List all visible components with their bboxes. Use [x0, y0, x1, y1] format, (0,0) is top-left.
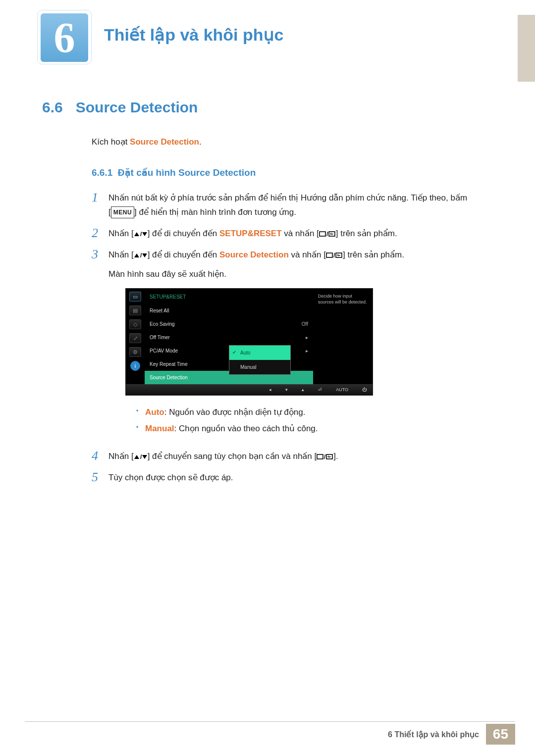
osd-footer: ◂ ▾ ▴ ⏎ AUTO ⏻ — [126, 384, 373, 395]
steps-list: 1 Nhấn nút bất kỳ ở phía trước sản phẩm … — [92, 191, 505, 485]
step-3: 3 Nhấn [/] để di chuyển đến Source Detec… — [92, 248, 505, 443]
chapter-badge: 6 — [37, 10, 92, 64]
osd-row-timer: Off Timer▸ — [145, 331, 313, 344]
menu-chip: MENU — [111, 206, 134, 218]
osd-icon-setup: ⚙ — [129, 347, 141, 357]
content: 6.6Source Detection Kích hoạt Source Det… — [42, 99, 505, 492]
svg-text:/: / — [140, 454, 142, 460]
footer-page-number: 65 — [486, 724, 515, 745]
intro-line: Kích hoạt Source Detection. — [92, 137, 505, 147]
section-number: 6.6 — [42, 99, 63, 115]
bullet-manual: Manual: Chọn nguồn vào theo cách thủ côn… — [136, 421, 505, 437]
section-heading: 6.6Source Detection — [42, 99, 505, 116]
svg-marker-0 — [134, 232, 139, 236]
osd-screenshot: ▭ ▤ ◇ ⤢ ⚙ i SETUP&RESET Reset All — [125, 288, 505, 396]
svg-rect-3 — [320, 232, 325, 236]
osd-option-auto: Auto — [229, 346, 290, 360]
svg-text:/: / — [324, 454, 326, 460]
osd-icon-info: i — [130, 361, 140, 371]
enter-source-icon: / — [326, 252, 343, 258]
osd-row-eco: Eco SavingOff — [145, 317, 313, 331]
chapter-title: Thiết lập và khôi phục — [104, 25, 283, 45]
step-1: 1 Nhấn nút bất kỳ ở phía trước sản phẩm … — [92, 191, 505, 220]
osd-row-reset: Reset All — [145, 304, 313, 317]
subsection-heading: 6.6.1 Đặt cấu hình Source Detection — [92, 167, 505, 178]
footer-chapter-ref: 6 Thiết lập và khôi phục — [381, 724, 486, 745]
svg-text:/: / — [140, 231, 142, 237]
page-footer: 6 Thiết lập và khôi phục 65 — [25, 721, 515, 744]
bullet-auto: Auto: Nguồn vào được nhận diện tự động. — [136, 404, 505, 420]
page-frame: 6 Thiết lập và khôi phục 6.6Source Detec… — [25, 10, 515, 741]
svg-marker-12 — [134, 455, 139, 459]
osd-icon-monitor: ▭ — [129, 292, 141, 302]
nav-auto-label: AUTO — [336, 386, 348, 394]
svg-rect-9 — [326, 253, 332, 257]
enter-source-icon: / — [317, 454, 333, 460]
enter-source-icon: / — [319, 231, 336, 237]
svg-marker-6 — [134, 253, 139, 257]
osd-icon-picture: ▤ — [129, 305, 141, 315]
osd-title: SETUP&RESET — [145, 291, 313, 304]
nav-up-icon: ▴ — [302, 386, 304, 394]
up-down-icon: / — [134, 252, 148, 258]
svg-text:/: / — [326, 231, 328, 237]
svg-marker-14 — [142, 455, 147, 459]
nav-enter-icon: ⏎ — [318, 386, 322, 394]
svg-text:/: / — [333, 252, 335, 258]
svg-marker-2 — [142, 232, 147, 236]
osd-submenu: Auto Manual — [229, 345, 291, 375]
svg-marker-8 — [142, 253, 147, 257]
step-4: 4 Nhấn [/] để chuyển sang tùy chọn bạn c… — [92, 450, 505, 464]
svg-rect-15 — [317, 454, 323, 459]
nav-power-icon: ⏻ — [362, 386, 367, 394]
osd-hint: Decide how input sources will be detecte… — [313, 289, 373, 384]
nav-left-icon: ◂ — [269, 386, 271, 394]
svg-text:/: / — [140, 252, 142, 258]
osd-icon-color: ◇ — [129, 319, 141, 329]
nav-down-icon: ▾ — [285, 386, 288, 394]
option-descriptions: Auto: Nguồn vào được nhận diện tự động. … — [136, 404, 505, 437]
osd-sidebar: ▭ ▤ ◇ ⤢ ⚙ i — [126, 289, 145, 384]
step-5: 5 Tùy chọn được chọn sẽ được áp. — [92, 471, 505, 485]
side-tab — [518, 15, 535, 82]
osd-icon-size: ⤢ — [129, 333, 141, 343]
up-down-icon: / — [134, 454, 148, 460]
osd-option-manual: Manual — [229, 360, 290, 374]
chapter-number: 6 — [54, 13, 75, 62]
up-down-icon: / — [134, 231, 148, 237]
section-title: Source Detection — [76, 99, 198, 115]
step-2: 2 Nhấn [/] để di chuyển đến SETUP&RESET … — [92, 227, 505, 241]
